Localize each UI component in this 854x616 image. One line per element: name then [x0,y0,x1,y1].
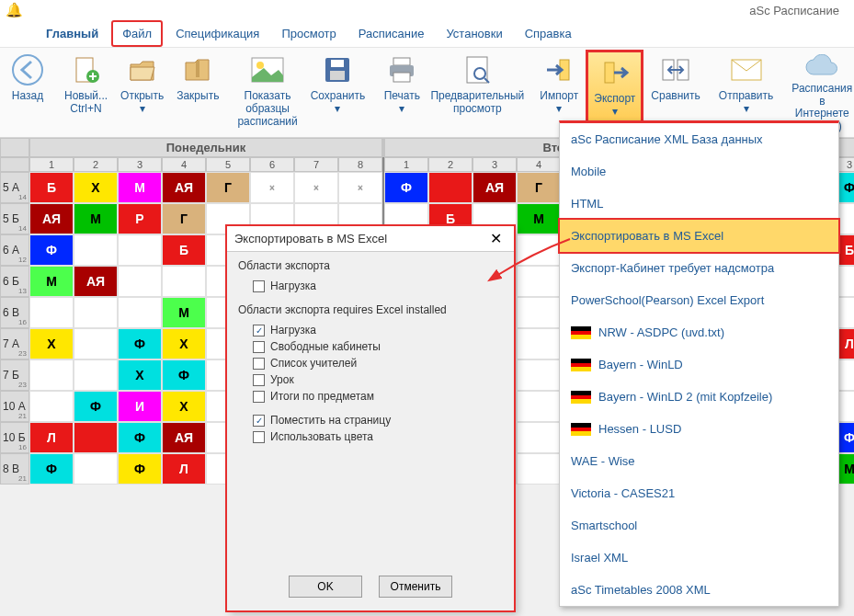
timetable-cell[interactable]: И [118,391,162,422]
chk-load-1[interactable]: Нагрузка [238,278,503,294]
row-label[interactable]: 8 В21 [0,453,29,485]
export-menu-item[interactable]: aSc Расписание XML База данных [560,123,838,155]
chk-lesson[interactable]: Урок [238,371,503,388]
timetable-cell[interactable]: Ф [29,234,74,266]
timetable-cell[interactable]: Х [74,172,118,203]
row-label[interactable]: 7 А23 [0,328,29,359]
timetable-cell[interactable] [118,297,162,328]
tab-settings[interactable]: Установки [437,22,511,45]
export-menu-item[interactable]: Bayern - WinLD 2 (mit Kopfzeile) [560,381,838,413]
close-icon[interactable]: ✕ [484,230,507,248]
row-label[interactable]: 5 Б14 [0,203,29,234]
row-label[interactable]: 6 А12 [0,234,29,266]
timetable-cell[interactable]: Ф [74,391,118,422]
timetable-cell[interactable]: Х [162,328,206,359]
new-button[interactable]: Новый...Ctrl+N [59,50,113,135]
timetable-cell[interactable] [517,391,561,422]
timetable-cell[interactable] [162,266,206,297]
timetable-cell[interactable]: М [29,266,74,297]
timetable-cell[interactable] [74,453,118,485]
timetable-cell[interactable]: Х [29,328,74,359]
export-menu-item[interactable]: Экспорт-Кабинет требует надсмотра [560,252,838,284]
tab-file[interactable]: Файл [111,20,163,47]
back-button[interactable]: Назад [4,50,51,135]
timetable-cell[interactable] [74,234,118,266]
timetable-cell[interactable] [517,234,561,266]
chk-use-colors[interactable]: Использовать цвета [238,428,503,445]
export-menu-item[interactable]: Hessen - LUSD [560,413,838,445]
timetable-cell[interactable] [74,297,118,328]
chk-load-2[interactable]: ✓Нагрузка [238,322,503,338]
export-menu-item[interactable]: WAE - Wise [560,445,838,477]
export-menu-item[interactable]: HTML [560,188,838,220]
timetable-cell[interactable] [517,328,561,359]
ok-button[interactable]: OK [289,576,362,598]
tab-view[interactable]: Просмотр [272,22,345,45]
row-label[interactable]: 6 В16 [0,297,29,328]
row-label[interactable]: 10 Б16 [0,422,29,453]
timetable-cell[interactable] [118,266,162,297]
export-menu-item[interactable]: NRW - ASDPC (uvd.txt) [560,316,838,348]
tab-spec[interactable]: Спецификация [166,22,268,45]
row-label[interactable]: 5 А14 [0,172,29,203]
timetable-cell[interactable]: Ф [29,453,74,485]
timetable-cell[interactable]: × [294,172,338,203]
tab-main[interactable]: Главный [37,22,108,45]
cancel-button[interactable]: Отменить [379,576,452,598]
timetable-cell[interactable]: М [74,203,118,234]
chk-teacher-list[interactable]: Список учителей [238,355,503,371]
timetable-cell[interactable] [428,172,473,203]
timetable-cell[interactable] [517,422,561,453]
export-menu-item[interactable]: Israel XML [560,542,838,574]
timetable-cell[interactable]: АЯ [162,172,206,203]
timetable-cell[interactable]: Г [206,172,250,203]
timetable-cell[interactable] [517,297,561,328]
row-label[interactable]: 7 Б23 [0,359,29,391]
export-menu-item[interactable]: Bayern - WinLD [560,348,838,381]
timetable-cell[interactable]: Ф [384,172,428,203]
timetable-cell[interactable]: Л [162,453,206,485]
timetable-cell[interactable] [29,391,74,422]
timetable-cell[interactable]: Б [162,234,206,266]
export-menu-item[interactable]: Экспортировать в MS Excel [558,218,840,254]
timetable-cell[interactable]: Г [517,172,561,203]
chk-subject-totals[interactable]: Итоги по предметам [238,388,503,405]
timetable-cell[interactable]: М [118,172,162,203]
timetable-cell[interactable]: × [250,172,294,203]
open-button[interactable]: Открыть▾ [115,50,169,135]
timetable-cell[interactable]: Х [162,391,206,422]
print-button[interactable]: Печать▾ [378,50,426,135]
timetable-cell[interactable]: Б [29,172,74,203]
export-menu-item[interactable]: Mobile [560,155,838,188]
export-menu-item[interactable]: PowerSchool(Pearson) Excel Export [560,284,838,316]
timetable-cell[interactable] [74,328,118,359]
timetable-cell[interactable] [74,359,118,391]
timetable-cell[interactable] [517,359,561,391]
row-label[interactable]: 10 А21 [0,391,29,422]
timetable-cell[interactable]: АЯ [162,422,206,453]
row-label[interactable]: 6 Б13 [0,266,29,297]
preview-button[interactable]: Предварительный просмотр [427,50,527,135]
timetable-cell[interactable]: Л [29,422,74,453]
timetable-cell[interactable] [517,266,561,297]
timetable-cell[interactable]: АЯ [74,266,118,297]
export-menu-item[interactable]: aSc Timetables 2008 XML [560,574,838,606]
tab-help[interactable]: Справка [516,22,581,45]
close-button[interactable]: Закрыть [171,50,224,135]
timetable-cell[interactable]: АЯ [473,172,517,203]
chk-free-rooms[interactable]: Свободные кабинеты [238,338,503,355]
timetable-cell[interactable]: Г [162,203,206,234]
export-menu-item[interactable]: Victoria - CASES21 [560,477,838,509]
export-menu-item[interactable]: Smartschool [560,509,838,542]
tab-timetable[interactable]: Расписание [349,22,434,45]
timetable-cell[interactable]: М [517,203,561,234]
timetable-cell[interactable]: Р [118,203,162,234]
timetable-cell[interactable] [517,453,561,485]
timetable-cell[interactable]: Ф [118,422,162,453]
timetable-cell[interactable] [74,422,118,453]
chk-fit-page[interactable]: ✓Поместить на страницу [238,412,503,428]
timetable-cell[interactable]: Х [118,359,162,391]
timetable-cell[interactable]: АЯ [29,203,74,234]
timetable-cell[interactable]: М [162,297,206,328]
timetable-cell[interactable]: Ф [162,359,206,391]
